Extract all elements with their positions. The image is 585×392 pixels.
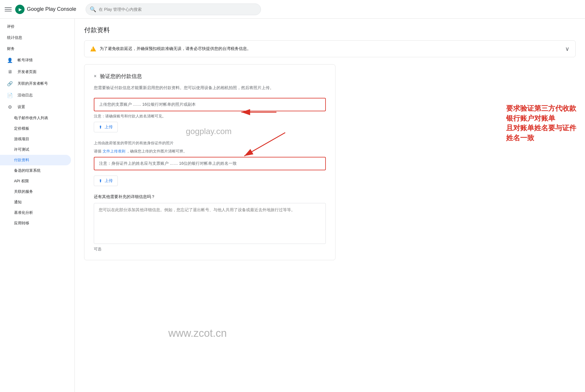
sidebar-item-notify[interactable]: 通知 [0,197,71,207]
sidebar-label-linked-dev: 关联的开发者帐号 [18,81,48,86]
sidebar-label-payment: 付款资料 [14,158,29,162]
sidebar-label-notify: 通知 [14,200,22,204]
sidebar-label-pricing: 定价模板 [14,126,29,131]
verify-header: × 验证您的付款信息 [94,73,326,80]
upload2-guideline-note: 请循 文件上传准则 ，确保您上传的文件图片清晰可辨。 [94,149,326,154]
sidebar-label-finance: 财务 [7,46,15,51]
warning-text: 为了避免收款延迟，并确保预扣税款准确无误，请务必尽快提供您的台湾税务信息。 [100,46,562,51]
upload-box-2: 注意：身份证件上的姓名应与支票账户 …… 16位的银行对帐单上的姓名一致 [94,157,326,170]
sidebar-item-linked-svc[interactable]: 关联的服务 [0,186,71,197]
optional-label: 可选 [94,247,326,252]
upload2-title: 上传由政府签发的带照片的有效身份证件的照片 [94,141,326,146]
sidebar-label-settings: 设置 [18,104,25,110]
verify-title: 验证您的付款信息 [100,73,142,80]
sidebar-label-rating: 评价 [7,24,15,29]
annotation-text: 要求验证第三方代收款银行账户对账单且对账单姓名要与证件姓名一致 [506,103,576,143]
sidebar-label-billing: 备选的结算系统 [14,168,41,173]
linked-dev-icon: 🔗 [7,81,13,86]
logo: Google Play Console [15,5,76,14]
warning-banner: 为了避免收款延迟，并确保预扣税款准确无误，请务必尽快提供您的台湾税务信息。 ∨ [84,40,576,57]
search-icon: 🔍 [90,6,96,13]
main-layout: 评价 统计信息 财务 👤 帐号详情 🖥 开发者页面 🔗 关联的开发者帐号 📄 活… [0,19,585,392]
sidebar-label-activity: 活动日志 [18,93,33,98]
upload-btn-1-label: 上传 [105,124,113,130]
sidebar-item-games[interactable]: 游戏项目 [0,134,71,144]
search-container: 🔍 [86,4,261,15]
sidebar-item-linked-dev[interactable]: 🔗 关联的开发者帐号 [0,78,71,89]
upload-button-1[interactable]: ⬆ 上传 [94,122,118,132]
verify-description: 您需要验证付款信息才能重新启用您的付款资料。您可以使用设备上的相机拍照，然后将照… [94,84,326,91]
verify-card: × 验证您的付款信息 您需要验证付款信息才能重新启用您的付款资料。您可以使用设备… [84,64,335,260]
sidebar-label-account: 帐号详情 [18,58,33,63]
upload-button-2[interactable]: ⬆ 上传 [94,176,118,186]
warning-icon [90,46,96,51]
sidebar-item-payment[interactable]: 付款资料 [0,155,71,165]
sidebar-item-api[interactable]: API 权限 [0,176,71,186]
upload-icon-1: ⬆ [99,125,102,129]
upload-section-1: 上传您的支票账户 …… 16位银行对帐单的照片或副本 注意：请确保账号和付款人姓… [94,98,326,132]
sidebar-label-transfer: 应用转移 [14,221,29,225]
page-title: 付款资料 [84,26,576,34]
sidebar-item-rating[interactable]: 评价 [0,21,71,32]
sidebar-label-stats: 统计信息 [7,35,22,40]
account-icon: 👤 [7,57,13,63]
sidebar: 评价 统计信息 财务 👤 帐号详情 🖥 开发者页面 🔗 关联的开发者帐号 📄 活… [0,19,75,392]
sidebar-item-finance[interactable]: 财务 [0,43,71,54]
expand-icon[interactable]: ∨ [565,45,570,52]
sidebar-item-email-list[interactable]: 电子邮件收件人列表 [0,113,71,123]
upload-box-2-label: 注意：身份证件上的姓名应与支票账户 …… 16位的银行对帐单上的姓名一致 [99,161,237,166]
upload-btn-2-label: 上传 [105,178,113,183]
dev-page-icon: 🖥 [7,69,13,75]
upload-icon-2: ⬆ [99,178,102,183]
search-input[interactable] [86,4,261,15]
upload-section-2: 上传由政府签发的带照片的有效身份证件的照片 请循 文件上传准则 ，确保您上传的文… [94,141,326,186]
close-button[interactable]: × [94,74,96,79]
sidebar-item-account[interactable]: 👤 帐号详情 [0,54,71,66]
sidebar-item-pricing[interactable]: 定价模板 [0,123,71,134]
sidebar-item-activity[interactable]: 📄 活动日志 [0,89,71,101]
sidebar-item-dev-page[interactable]: 🖥 开发者页面 [0,66,71,78]
sidebar-label-api: API 权限 [14,179,29,183]
sidebar-item-license-test[interactable]: 许可测试 [0,144,71,155]
sidebar-item-billing[interactable]: 备选的结算系统 [0,165,71,176]
sidebar-item-stats[interactable]: 统计信息 [0,32,71,43]
content-area: 付款资料 为了避免收款延迟，并确保预扣税款准确无误，请务必尽快提供您的台湾税务信… [75,19,585,392]
upload-box-1: 上传您的支票账户 …… 16位银行对帐单的照片或副本 [94,98,326,111]
additional-textarea[interactable] [94,203,326,244]
sidebar-item-baseline[interactable]: 基准化分析 [0,207,71,218]
sidebar-label-games: 游戏项目 [14,137,29,141]
play-logo-icon [15,5,25,14]
sidebar-label-baseline: 基准化分析 [14,210,33,215]
sidebar-label-license-test: 许可测试 [14,147,29,152]
activity-icon: 📄 [7,92,13,98]
sidebar-label-linked-svc: 关联的服务 [14,189,33,194]
app-title: Google Play Console [27,6,76,12]
additional-section: 还有其他需要补充的详细信息吗？ 可选 [94,194,326,252]
sidebar-item-settings[interactable]: ⚙ 设置 [0,101,71,113]
upload-note-1: 注意：请确保账号和付款人姓名清晰可见。 [94,114,326,119]
upload-box-1-label: 上传您的支票账户 …… 16位银行对帐单的照片或副本 [99,102,196,107]
header: Google Play Console 🔍 [0,0,585,19]
upload-guideline-link[interactable]: 文件上传准则 [103,149,125,153]
sidebar-label-dev-page: 开发者页面 [18,69,37,74]
annotation-block: 要求验证第三方代收款银行账户对账单且对账单姓名要与证件姓名一致 [506,103,576,143]
watermark-zcot: www.zcot.cn [168,327,227,339]
additional-title: 还有其他需要补充的详细信息吗？ [94,194,326,200]
menu-icon[interactable] [5,6,12,13]
sidebar-label-email-list: 电子邮件收件人列表 [14,116,48,120]
sidebar-item-transfer[interactable]: 应用转移 [0,218,71,228]
settings-icon: ⚙ [7,104,13,110]
